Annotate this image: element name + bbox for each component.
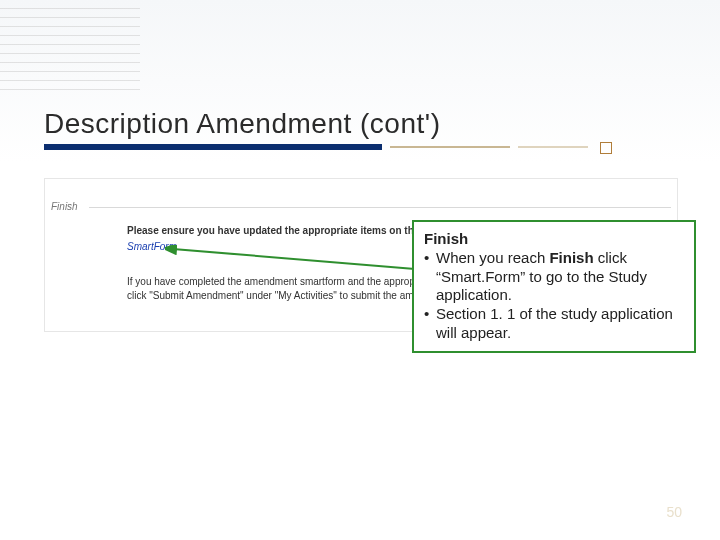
callout-heading: Finish (424, 230, 468, 247)
slide-title: Description Amendment (cont') (44, 108, 676, 140)
callout-text-1a: When you reach (436, 249, 549, 266)
screenshot-divider (89, 207, 671, 208)
screenshot-section-heading: Finish (51, 201, 78, 212)
callout-bullet-2: • Section 1. 1 of the study application … (424, 305, 684, 343)
decorative-notebook-lines (0, 0, 140, 90)
page-number: 50 (666, 504, 682, 520)
svg-line-0 (173, 249, 415, 269)
slide-title-block: Description Amendment (cont') (44, 108, 676, 152)
callout-text-2: Section 1. 1 of the study application wi… (436, 305, 684, 343)
callout-text-1b: Finish (549, 249, 593, 266)
callout-bullet-1: • When you reach Finish click “Smart.For… (424, 249, 684, 305)
pointer-arrow-icon (165, 245, 425, 275)
title-underline (44, 144, 676, 152)
instruction-callout: Finish • When you reach Finish click “Sm… (412, 220, 696, 353)
